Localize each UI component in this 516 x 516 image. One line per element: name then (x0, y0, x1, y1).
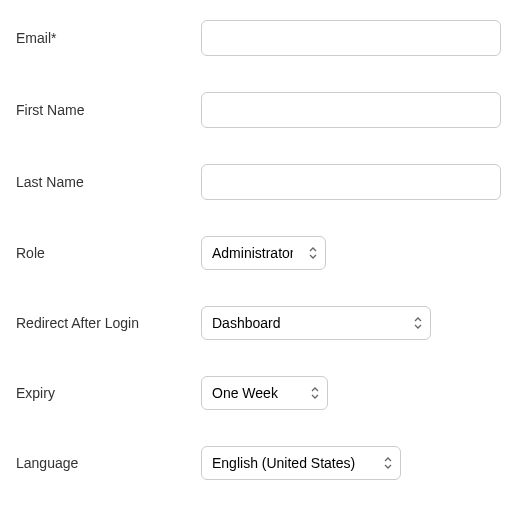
last-name-label: Last Name (16, 174, 201, 190)
first-name-field[interactable] (201, 92, 501, 128)
email-field[interactable] (201, 20, 501, 56)
role-label: Role (16, 245, 201, 261)
redirect-label: Redirect After Login (16, 315, 201, 331)
first-name-label: First Name (16, 102, 201, 118)
redirect-select[interactable]: Dashboard (201, 306, 431, 340)
expiry-label: Expiry (16, 385, 201, 401)
last-name-field[interactable] (201, 164, 501, 200)
expiry-select[interactable]: One Week (201, 376, 328, 410)
language-select[interactable]: English (United States) (201, 446, 401, 480)
language-label: Language (16, 455, 201, 471)
email-label: Email* (16, 30, 201, 46)
role-select[interactable]: Administrator (201, 236, 326, 270)
